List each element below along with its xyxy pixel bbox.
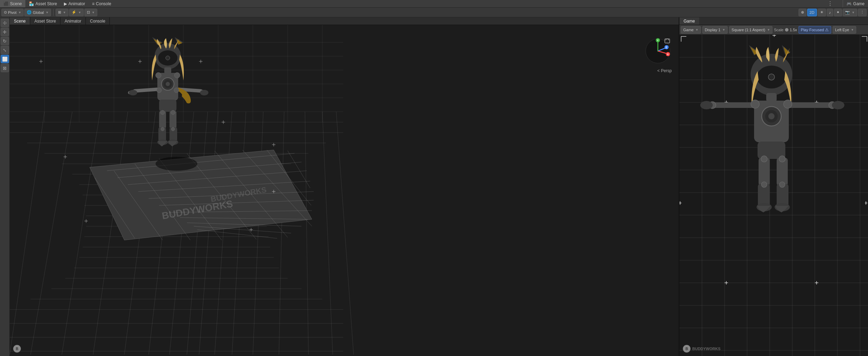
store-icon: 🏪 (29, 1, 34, 6)
scale-slider-dot[interactable] (785, 28, 788, 32)
tab-animator-label: Animator (65, 19, 81, 24)
grid-button[interactable]: ⊞ ▼ (56, 9, 68, 16)
snap-dropdown-icon: ▼ (78, 11, 81, 14)
menu-more-button[interactable]: ⋮ (825, 0, 836, 7)
game-icon: 🎮 (846, 1, 852, 6)
grid-dropdown-icon: ▼ (63, 11, 66, 14)
svg-rect-194 (766, 93, 777, 102)
svg-point-111 (166, 82, 170, 86)
tool-scale[interactable]: ⤡ (1, 46, 9, 54)
left-eye-label: Left Eye (835, 28, 849, 32)
svg-point-198 (768, 113, 775, 119)
tool-move[interactable]: ✛ (1, 28, 9, 36)
display-button[interactable]: Display 1 ▼ (702, 26, 728, 34)
audio-button[interactable]: ♪ (827, 9, 834, 16)
menu-scene[interactable]: ⬛ Scene (0, 0, 25, 7)
scale-value: 1.5x (790, 28, 797, 32)
tab-console[interactable]: Console (86, 17, 110, 25)
pivot-button[interactable]: ⊙ Pivot ▼ (1, 9, 24, 16)
game-tabs: Game (679, 17, 868, 25)
svg-point-128 (174, 73, 180, 78)
global-dropdown-icon: ▼ (46, 11, 49, 14)
pivot-label: Pivot (8, 10, 16, 15)
svg-point-209 (761, 156, 767, 162)
tool-rotate[interactable]: ↻ (1, 37, 9, 45)
effects-icon: ✦ (836, 10, 840, 15)
settings-button[interactable]: ⋮ (858, 9, 867, 16)
game-tab-label: Game (853, 1, 865, 6)
scene-toolbar: ⊙ Pivot ▼ 🌐 Global ▼ ⊞ ▼ ⚡ ▼ ⊡ ▼ ⊕ 2D (0, 8, 868, 17)
play-focused-button[interactable]: Play Focused ⚠ (799, 26, 832, 34)
menu-console[interactable]: ≡ Console (89, 0, 115, 7)
2d-button[interactable]: 2D (807, 9, 817, 16)
svg-rect-202 (787, 102, 836, 108)
svg-point-211 (761, 182, 767, 187)
settings-icon: ⋮ (860, 10, 864, 15)
pivot-dropdown-icon: ▼ (18, 11, 21, 14)
svg-point-206 (784, 100, 792, 108)
camera-dropdown-icon: ▼ (852, 11, 855, 14)
lighting-button[interactable]: ☀ (818, 9, 826, 16)
main-content: ☩ ✛ ↻ ⤡ ⬜ ⊠ Scene Asset Store Animator C… (0, 17, 868, 356)
game-view: Game Game ▼ Display 1 ▼ Square (1:1 Aspe… (679, 17, 868, 356)
game-buddyworks-logo: B BUDDYWORKS (683, 345, 720, 353)
global-button[interactable]: 🌐 Global ▼ (24, 9, 51, 16)
character-scene (124, 35, 211, 181)
view-controls-group: ⊕ 2D ☀ ♪ ✦ 📷 ▼ ⋮ (799, 9, 867, 16)
grid-icon: ⊞ (58, 10, 61, 15)
play-focused-label: Play Focused (801, 28, 824, 32)
svg-rect-107 (164, 67, 171, 74)
svg-point-201 (700, 101, 713, 109)
tool-rect[interactable]: ⬜ (1, 55, 9, 63)
svg-point-122 (171, 110, 175, 115)
persp-label[interactable]: < Persp (657, 68, 672, 73)
top-menu-bar: ⬛ Scene 🏪 Asset Store ▶ Animator ≡ Conso… (0, 0, 868, 8)
snap-button[interactable]: ⚡ ▼ (69, 9, 84, 16)
menu-asset-store[interactable]: 🏪 Asset Store (25, 0, 60, 7)
tool-transform[interactable]: ⊠ (1, 64, 9, 72)
game-display-button[interactable]: Game ▼ (681, 26, 701, 34)
tab-scene[interactable]: Scene (10, 17, 30, 25)
transform-button[interactable]: ⊡ ▼ (84, 9, 97, 16)
svg-point-106 (166, 56, 170, 60)
global-icon: 🌐 (27, 10, 32, 15)
aspect-dropdown-icon: ▼ (767, 28, 770, 32)
2d-label: 2D (810, 10, 815, 15)
audio-icon: ♪ (829, 10, 831, 15)
tab-animator[interactable]: Animator (60, 17, 86, 25)
menu-scene-label: Scene (10, 1, 22, 6)
scene-tabs: Scene Asset Store Animator Console (10, 17, 679, 25)
gizmo-icon: ⊕ (801, 10, 804, 15)
warning-icon: ⚠ (825, 27, 829, 32)
aspect-button[interactable]: Square (1:1 Aspect) ▼ (729, 26, 772, 34)
camera-button[interactable]: 📷 ▼ (843, 9, 857, 16)
svg-text:Z: Z (666, 46, 667, 49)
svg-point-120 (171, 127, 175, 131)
tool-hand[interactable]: ☩ (1, 19, 9, 27)
menu-asset-store-label: Asset Store (35, 1, 57, 6)
game-tab-label: Game (684, 19, 695, 24)
svg-point-127 (156, 73, 161, 78)
lighting-icon: ☀ (820, 10, 824, 15)
game-canvas: B BUDDYWORKS (679, 35, 868, 356)
separator-1 (53, 9, 53, 16)
view-group: ⊞ ▼ ⚡ ▼ ⊡ ▼ (56, 9, 97, 16)
game-canvas-svg (679, 35, 868, 356)
svg-point-126 (200, 90, 208, 95)
svg-text:Y: Y (657, 39, 659, 42)
buddyworks-icon-scene: B (13, 345, 21, 353)
tab-game[interactable]: Game (679, 17, 699, 25)
tab-asset-store[interactable]: Asset Store (30, 17, 60, 25)
gizmo-button[interactable]: ⊕ (799, 9, 807, 16)
svg-point-216 (779, 182, 785, 187)
console-icon: ≡ (92, 1, 94, 6)
menu-animator-label: Animator (68, 1, 85, 6)
menu-animator[interactable]: ▶ Animator (60, 0, 89, 7)
left-eye-button[interactable]: Left Eye ▼ (833, 26, 856, 34)
scene-canvas: BUDDYWORKS BUDDYWORKS (10, 25, 679, 356)
scene-view: Scene Asset Store Animator Console (10, 17, 679, 356)
effects-button[interactable]: ✦ (834, 9, 842, 16)
tab-asset-store-label: Asset Store (34, 19, 56, 24)
display-dropdown-icon: ▼ (722, 28, 725, 32)
menu-game-tab[interactable]: 🎮 Game (843, 0, 868, 7)
